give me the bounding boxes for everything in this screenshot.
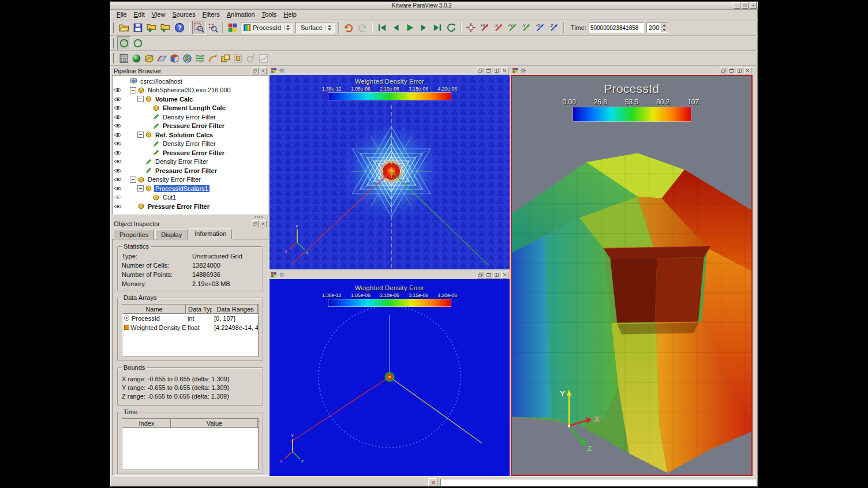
tree-expander[interactable] <box>130 177 136 183</box>
save-data-button[interactable] <box>131 21 145 35</box>
visibility-eye-icon[interactable] <box>113 141 122 147</box>
view-link-icon[interactable] <box>279 67 285 74</box>
menu-animation[interactable]: Animation <box>223 10 259 18</box>
toolbar-handle[interactable] <box>113 38 115 48</box>
frame-down-icon[interactable] <box>661 28 668 32</box>
colorbar[interactable]: Weighted Density Error 1.38e-121.05e-062… <box>322 78 457 100</box>
maximize-view-button[interactable] <box>485 67 492 74</box>
minimize-icon[interactable]: – <box>734 2 740 9</box>
glyph-filter-button[interactable] <box>130 52 143 65</box>
select-points-button[interactable] <box>206 21 220 35</box>
close-icon[interactable]: × <box>750 2 757 9</box>
visibility-eye-icon[interactable] <box>113 177 122 182</box>
help-button[interactable]: ? <box>173 21 186 35</box>
maximize-view-button[interactable] <box>728 67 735 74</box>
visibility-eye-icon[interactable] <box>113 204 122 209</box>
pipeline-item[interactable]: NohSpherical3D.exo.216.000 <box>113 86 268 95</box>
tree-expander[interactable] <box>137 132 144 138</box>
close-view-button[interactable] <box>501 67 508 74</box>
next-frame-button[interactable] <box>417 21 431 35</box>
close-view-button[interactable] <box>501 272 508 279</box>
pipeline-item[interactable]: Pressure Error Filter <box>113 148 268 157</box>
stream-tracer-filter-button[interactable] <box>193 52 206 65</box>
toolbar-handle[interactable] <box>113 53 115 63</box>
menu-tools[interactable]: Tools <box>259 10 280 18</box>
menu-view[interactable]: View <box>148 10 169 18</box>
clip-filter-button[interactable] <box>143 52 155 65</box>
contour-filter-button[interactable] <box>181 52 193 65</box>
view-options-icon[interactable] <box>512 67 518 74</box>
set-view-plus-y-button[interactable]: +Y <box>506 21 519 35</box>
set-view-plus-z-button[interactable]: +Z <box>533 21 547 35</box>
menu-edit[interactable]: Edit <box>130 10 148 18</box>
dock-splitter[interactable] <box>112 215 268 219</box>
play-button[interactable] <box>403 21 417 35</box>
slice-filter-button[interactable] <box>155 52 168 65</box>
inspector-float-button[interactable] <box>252 220 259 227</box>
first-frame-button[interactable] <box>375 21 389 35</box>
pipeline-item[interactable]: Pressure Error Filter <box>113 166 268 175</box>
time-value-field[interactable] <box>589 22 644 33</box>
pipeline-item[interactable]: Element Length Calc <box>113 104 268 113</box>
maximize-icon[interactable]: □ <box>742 2 749 9</box>
pipeline-item[interactable]: Density Error Filter <box>113 157 268 167</box>
visibility-eye-icon[interactable] <box>113 132 122 138</box>
representation-combo[interactable]: Surface <box>295 22 335 33</box>
extract-block-filter-button[interactable] <box>231 52 244 65</box>
visibility-eye-icon[interactable] <box>113 186 122 192</box>
tab-properties[interactable]: Properties <box>114 230 154 239</box>
undock-view-button[interactable] <box>720 67 727 74</box>
set-view-minus-x-button[interactable]: -X <box>492 21 506 35</box>
toolbar-handle[interactable] <box>113 22 115 33</box>
visibility-eye-icon[interactable] <box>113 105 122 111</box>
render-view-right-canvas[interactable]: Y X Z ProcessId 0.0026.853.580.2107. <box>511 75 753 476</box>
visibility-eye-icon[interactable] <box>113 114 122 120</box>
pipeline-item[interactable]: Pressure Error Filter <box>113 202 268 211</box>
edit-color-map-button[interactable] <box>226 21 240 35</box>
group-datasets-filter-button[interactable] <box>219 52 231 65</box>
tree-expander[interactable] <box>130 87 136 93</box>
menu-file[interactable]: File <box>113 10 130 18</box>
view-link-icon[interactable] <box>279 272 285 278</box>
menu-sources[interactable]: Sources <box>169 10 199 18</box>
pipeline-item[interactable]: Density Error Filter <box>113 175 268 185</box>
split-view-button[interactable] <box>736 67 743 74</box>
frame-up-icon[interactable] <box>661 23 668 28</box>
view-link-icon[interactable] <box>520 67 526 74</box>
maximize-view-button[interactable] <box>485 272 492 279</box>
set-view-plus-x-button[interactable]: +X <box>478 21 492 35</box>
undock-view-button[interactable] <box>477 272 484 279</box>
calculator-filter-button[interactable] <box>117 52 130 65</box>
pipeline-item[interactable]: Density Error Filter <box>113 140 268 149</box>
tab-information[interactable]: Information <box>189 228 232 239</box>
last-frame-button[interactable] <box>431 21 444 35</box>
warp-vector-filter-button[interactable] <box>206 52 219 65</box>
pipeline-item[interactable]: csrc://localhost <box>113 77 268 86</box>
colorbar[interactable]: ProcessId 0.0026.853.580.2107. <box>563 82 701 122</box>
frame-value-field[interactable] <box>647 23 661 32</box>
data-arrays-table[interactable]: NameData TypeData Ranges ProcessIdint[0,… <box>122 304 259 357</box>
abort-progress-button[interactable] <box>428 478 437 486</box>
pipeline-item[interactable]: Cut1 <box>113 193 268 202</box>
set-view-minus-z-button[interactable]: -Z <box>547 21 561 35</box>
view-options-icon[interactable] <box>271 272 277 278</box>
inspector-close-button[interactable] <box>260 220 267 227</box>
render-view-top-canvas[interactable]: Y X Z Weighted Density Error 1.38e-121.0… <box>270 75 510 269</box>
visibility-eye-icon[interactable] <box>113 150 122 156</box>
select-cells-button[interactable] <box>192 21 206 35</box>
undo-button[interactable] <box>342 21 356 35</box>
split-view-button[interactable] <box>493 67 500 74</box>
threshold-filter-button[interactable] <box>168 52 181 65</box>
load-server-state-button[interactable] <box>145 21 159 35</box>
data-array-row[interactable]: Weighted Density Errorfloat[4.22498e-14,… <box>122 323 258 332</box>
visibility-eye-icon[interactable] <box>113 159 122 164</box>
pipeline-item[interactable]: Ref. Solution Calcs <box>113 130 268 140</box>
reset-camera-button[interactable] <box>464 21 478 35</box>
tree-expander[interactable] <box>137 185 144 192</box>
pipeline-close-button[interactable] <box>260 67 267 74</box>
visibility-eye-icon[interactable] <box>113 168 122 174</box>
visibility-eye-icon[interactable] <box>113 87 122 93</box>
frame-spinbox[interactable] <box>646 22 668 33</box>
active-variable-combo[interactable]: ProcessId <box>241 22 293 33</box>
pipeline-browser-tree[interactable]: csrc://localhostNohSpherical3D.exo.216.0… <box>112 75 268 215</box>
